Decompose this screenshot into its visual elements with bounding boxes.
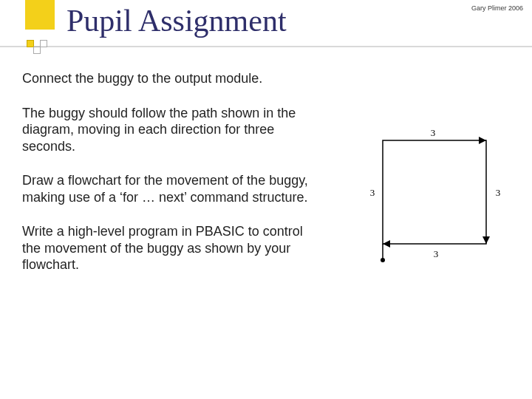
paragraph-3: Draw a flowchart for the movement of the… [22, 172, 318, 205]
accent-block [25, 0, 55, 30]
diagram-label-left: 3 [370, 187, 375, 198]
paragraph-1: Connect the buggy to the output module. [22, 70, 318, 87]
svg-marker-2 [482, 236, 490, 244]
slide-header: Pupil Assignment [0, 0, 532, 52]
svg-marker-1 [479, 137, 486, 144]
paragraph-4: Write a high-level program in PBASIC to … [22, 223, 318, 273]
svg-rect-0 [383, 140, 486, 244]
path-diagram: 3 3 3 3 [353, 126, 516, 273]
svg-point-7 [381, 258, 385, 262]
diagram-label-top: 3 [431, 127, 436, 138]
page-title: Pupil Assignment [66, 3, 287, 38]
diagram-label-right: 3 [496, 187, 501, 198]
paragraph-2: The buggy should follow the path shown i… [22, 105, 318, 155]
body-text: Connect the buggy to the output module. … [22, 70, 318, 291]
diagram-label-bottom: 3 [434, 248, 439, 259]
attribution-text: Gary Plimer 2006 [471, 4, 523, 12]
header-underline [0, 46, 532, 47]
